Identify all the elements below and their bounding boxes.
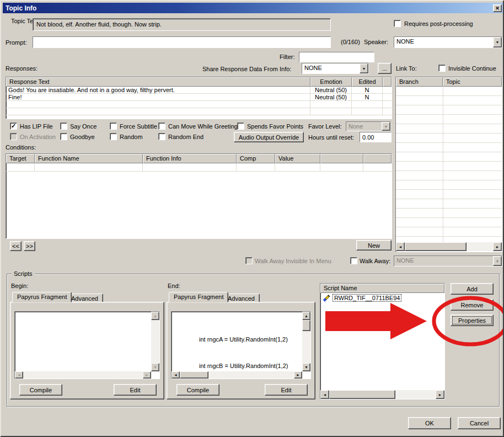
walk-away-value: NONE <box>394 256 493 266</box>
response-table-header-text[interactable]: Response Text <box>6 77 310 87</box>
goodbye-checkbox[interactable] <box>60 133 67 140</box>
end-label: End: <box>168 283 180 289</box>
end-compile-button[interactable]: Compile <box>176 384 219 396</box>
end-tab-advanced[interactable]: Advanced <box>223 294 260 302</box>
share-response-dropdown-icon[interactable]: ▼ <box>360 63 368 73</box>
random-end-checkbox[interactable] <box>158 133 165 140</box>
scroll-up-icon[interactable]: ▲ <box>302 312 310 320</box>
scrollbar-track[interactable] <box>467 242 493 251</box>
scroll-right-icon[interactable]: ► <box>436 390 444 399</box>
hours-until-reset-input[interactable] <box>360 132 392 142</box>
say-once-checkbox[interactable] <box>60 122 67 130</box>
response-row[interactable]: Gods! You are insatiable. And not in a g… <box>6 87 392 94</box>
response-emotion: Neutral (50) <box>310 87 352 93</box>
begin-hscrollbar[interactable]: ◄ ► <box>15 371 151 379</box>
close-button[interactable]: ✕ <box>493 4 502 12</box>
begin-tab-papyrus-fragment[interactable]: Papyrus Fragment <box>12 292 72 302</box>
end-fragment-textarea[interactable]: int rngcA = Utility.RandomInt(1,2) int r… <box>171 311 311 379</box>
speaker-combo[interactable]: NONE ▼ <box>394 36 502 48</box>
scrollbar-thumb[interactable] <box>180 371 208 379</box>
scroll-up-icon[interactable]: ▲ <box>151 312 159 320</box>
scrollbar-thumb[interactable] <box>405 242 467 251</box>
end-vscrollbar[interactable]: ▲ ▼ <box>302 312 310 371</box>
scroll-left-icon[interactable]: ◄ <box>396 242 405 251</box>
check-icon: ✓ <box>11 123 16 129</box>
conditions-header-extra2[interactable] <box>363 154 392 163</box>
share-response-value: NONE <box>302 63 360 73</box>
hours-until-reset-field[interactable] <box>360 132 391 142</box>
scrollbar-track[interactable] <box>395 390 436 399</box>
goodbye-label: Goodbye <box>70 134 95 140</box>
link-table-hscrollbar[interactable]: ◄ ► <box>396 242 502 251</box>
script-list-item[interactable]: RWRD_TIF__0711BE94 <box>320 293 444 302</box>
begin-fragment-textarea[interactable]: ▲ ▼ ◄ ► <box>14 311 160 379</box>
ok-button[interactable]: OK <box>408 417 451 429</box>
conditions-new-button[interactable]: New <box>356 240 392 251</box>
scrollbar-track[interactable] <box>23 371 143 379</box>
response-row[interactable]: Fine! Neutral (50) N <box>6 94 392 101</box>
script-list-hscrollbar[interactable]: ◄ ► <box>320 390 444 399</box>
begin-vscrollbar[interactable]: ▲ ▼ <box>151 312 159 371</box>
share-response-combo[interactable]: NONE ▼ <box>302 63 369 74</box>
conditions-header-value[interactable]: Value <box>275 154 320 163</box>
scroll-left-icon[interactable]: ◄ <box>320 390 329 399</box>
begin-tab-advanced[interactable]: Advanced <box>66 294 103 302</box>
topic-text-field[interactable]: Not blood, elf. Another fluid, though. N… <box>33 18 331 31</box>
conditions-header-function-name[interactable]: Function Name <box>35 154 143 163</box>
link-table-body[interactable] <box>396 87 502 242</box>
scroll-left-icon[interactable]: ◄ <box>15 371 23 379</box>
has-lip-file-checkbox[interactable]: ✓ <box>10 122 17 130</box>
conditions-empty-row[interactable] <box>6 163 392 172</box>
conditions-header-comp[interactable]: Comp <box>237 154 275 163</box>
scrollbar-track[interactable] <box>302 331 310 363</box>
link-table-header-topic[interactable]: Topic <box>443 77 502 87</box>
scroll-right-icon[interactable]: ► <box>294 371 302 379</box>
scroll-down-icon[interactable]: ▼ <box>151 363 159 371</box>
audio-output-override-button[interactable]: Audio Output Override <box>234 132 304 142</box>
begin-compile-button[interactable]: Compile <box>19 384 62 396</box>
conditions-header-target[interactable]: Target <box>6 154 35 163</box>
conditions-next-button[interactable]: >> <box>24 241 35 251</box>
scroll-right-icon[interactable]: ► <box>143 371 151 379</box>
random-checkbox[interactable] <box>110 133 117 140</box>
end-edit-button[interactable]: Edit <box>265 384 308 396</box>
scrollbar-thumb[interactable] <box>329 390 395 399</box>
cancel-button[interactable]: Cancel <box>458 417 501 429</box>
conditions-header-function-info[interactable]: Function Info <box>143 154 237 163</box>
conditions-prev-button[interactable]: << <box>10 241 22 251</box>
remove-script-button[interactable]: Remove <box>451 299 494 311</box>
response-table-header-extra[interactable] <box>383 77 392 87</box>
filter-input-field[interactable] <box>299 52 374 62</box>
link-table-header-branch[interactable]: Branch <box>396 77 443 87</box>
invisible-continue-checkbox[interactable] <box>438 65 446 72</box>
scrollbar-thumb[interactable] <box>302 320 310 331</box>
scroll-down-icon[interactable]: ▼ <box>302 363 310 371</box>
requires-post-processing-checkbox[interactable] <box>394 20 401 27</box>
walk-away-invisible-checkbox <box>245 257 253 264</box>
script-list-header[interactable]: Script Name <box>320 284 444 293</box>
begin-edit-button[interactable]: Edit <box>114 384 157 396</box>
response-table-header-edited[interactable]: Edited <box>352 77 383 87</box>
title-bar[interactable]: Topic Info ✕ <box>3 3 503 13</box>
force-subtitle-checkbox[interactable] <box>110 122 117 130</box>
add-script-button[interactable]: Add <box>451 283 494 295</box>
spends-favor-points-checkbox[interactable] <box>237 122 244 130</box>
end-hscrollbar[interactable]: ◄ ► <box>171 371 302 379</box>
prompt-input[interactable] <box>33 36 331 48</box>
properties-button[interactable]: Properties <box>451 315 494 326</box>
scroll-left-icon[interactable]: ◄ <box>171 371 180 379</box>
scroll-right-icon[interactable]: ► <box>493 242 502 251</box>
prompt-input-field[interactable] <box>33 37 330 47</box>
share-response-browse-button[interactable]: ... <box>378 63 392 74</box>
walk-away-dropdown-icon: ▼ <box>493 256 502 266</box>
scrollbar-track[interactable] <box>151 320 159 363</box>
scrollbar-track[interactable] <box>208 371 294 379</box>
conditions-header-extra1[interactable] <box>320 154 363 163</box>
walk-away-combo: NONE ▼ <box>394 255 502 267</box>
walk-away-checkbox[interactable] <box>350 257 357 264</box>
can-move-while-greeting-checkbox[interactable] <box>158 122 165 130</box>
speaker-dropdown-icon[interactable]: ▼ <box>493 37 502 47</box>
filter-input[interactable] <box>299 52 374 62</box>
end-tab-papyrus-fragment[interactable]: Papyrus Fragment <box>169 292 228 302</box>
response-table-header-emotion[interactable]: Emotion <box>310 77 352 87</box>
